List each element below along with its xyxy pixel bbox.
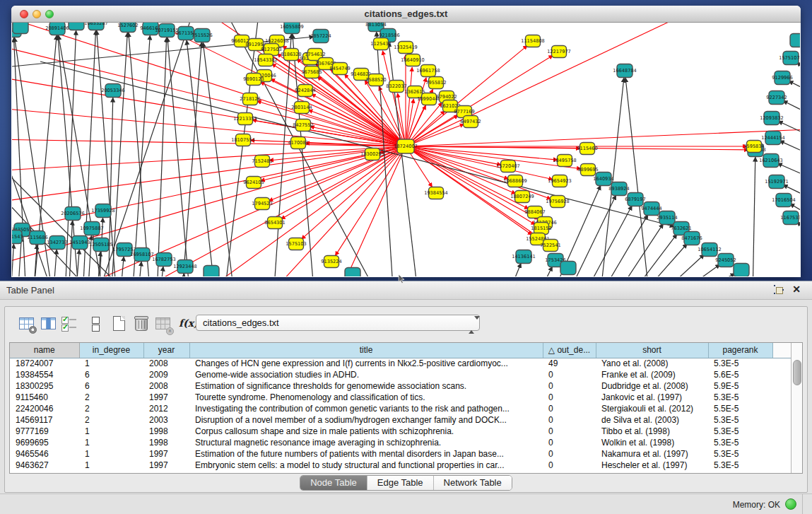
graph-node[interactable]: [69, 23, 84, 30]
graph-node[interactable]: 8454749: [329, 63, 350, 75]
graph-node[interactable]: 9242844: [295, 85, 315, 97]
table-row[interactable]: 911546021997Tourette syndrome. Phenomeno…: [10, 392, 802, 403]
table-scrollbar[interactable]: [791, 343, 802, 473]
table-cell[interactable]: 1998: [143, 426, 189, 437]
graph-node[interactable]: 1794523: [252, 198, 272, 210]
graph-node[interactable]: 12093832: [760, 112, 784, 125]
table-cell[interactable]: 0: [543, 403, 596, 414]
graph-node[interactable]: [560, 262, 576, 275]
column-header-name[interactable]: name: [10, 343, 79, 358]
table-row[interactable]: 1456911722003Disruption of a novel membe…: [10, 414, 802, 426]
table-cell[interactable]: Nakamura et al. (1997): [596, 448, 708, 460]
graph-node[interactable]: [790, 34, 800, 47]
column-header-in-degree[interactable]: in_degree: [79, 343, 143, 358]
graph-node[interactable]: 15192971: [765, 175, 789, 189]
table-cell[interactable]: Jankovic et al. (1997): [596, 392, 708, 403]
graph-node[interactable]: 1588520: [365, 74, 386, 86]
table-cell[interactable]: Tourette syndrome. Phenomenology and cla…: [189, 392, 543, 403]
network-window-titlebar[interactable]: citations_edges.txt: [11, 6, 801, 23]
graph-node[interactable]: 19654923: [548, 175, 572, 187]
table-cell[interactable]: Investigating the contribution of common…: [189, 403, 543, 414]
graph-node[interactable]: 6879197: [625, 193, 645, 206]
graph-node[interactable]: 8186328: [281, 49, 301, 61]
table-row[interactable]: 1830029562008Estimation of significance …: [10, 380, 802, 392]
graph-node[interactable]: 9899695: [577, 164, 598, 176]
table-cell[interactable]: 5.5E-5: [708, 403, 772, 414]
table-cell[interactable]: Estimation of the future numbers of pati…: [189, 448, 543, 460]
graph-node[interactable]: 7857224: [310, 30, 331, 43]
graph-node[interactable]: 8471676: [681, 232, 702, 245]
row-height-icon[interactable]: [87, 315, 104, 332]
table-cell[interactable]: 19384554: [10, 369, 79, 380]
graph-node[interactable]: 10688609: [503, 175, 527, 187]
table-cell[interactable]: 1997: [143, 448, 189, 460]
table-cell[interactable]: 2009: [143, 369, 189, 380]
table-cell[interactable]: 2003: [143, 414, 189, 426]
graph-node[interactable]: 13325419: [394, 42, 418, 54]
table-cell[interactable]: 1997: [143, 460, 189, 471]
table-settings-icon[interactable]: [18, 315, 35, 332]
table-cell[interactable]: 0: [543, 460, 596, 471]
table-cell[interactable]: 49: [543, 358, 596, 369]
graph-node[interactable]: 16055809: [280, 23, 304, 34]
table-cell[interactable]: 9465546: [10, 448, 79, 460]
graph-node[interactable]: 7955812: [425, 77, 446, 89]
graph-node[interactable]: 9245052: [715, 254, 736, 267]
graph-node[interactable]: 9227342: [766, 91, 787, 105]
graph-node[interactable]: 1167533: [780, 211, 800, 225]
scrollbar-thumb[interactable]: [793, 360, 801, 385]
table-row[interactable]: 969969511998Structural magnetic resonanc…: [10, 437, 802, 448]
table-cell[interactable]: 2012: [143, 403, 189, 414]
graph-node[interactable]: 391543: [12, 230, 23, 244]
graph-node[interactable]: 12213353: [233, 113, 257, 125]
table-cell[interactable]: 0: [543, 380, 596, 392]
graph-node[interactable]: 9129966: [772, 71, 792, 85]
memory-status-indicator[interactable]: [785, 498, 796, 510]
graph-node[interactable]: 15720407: [496, 160, 520, 173]
network-view-canvas[interactable]: 1405572420891406106532871527602946616310…: [12, 23, 800, 276]
table-cell[interactable]: 2008: [143, 358, 189, 369]
graph-node[interactable]: 1115686: [27, 231, 47, 245]
table-cell[interactable]: Corpus callosum shape and size in male p…: [189, 426, 543, 437]
table-cell[interactable]: Stergiakouli et al. (2012): [596, 403, 708, 414]
graph-node[interactable]: 10653287: [84, 23, 108, 30]
table-cell[interactable]: 1: [79, 426, 143, 437]
graph-node[interactable]: 9474444: [641, 202, 661, 216]
table-cell[interactable]: Estimation of significance thresholds fo…: [189, 380, 543, 392]
table-row[interactable]: 946554611997Estimation of the future num…: [10, 448, 802, 460]
table-cell[interactable]: 1: [79, 460, 143, 471]
graph-node[interactable]: 3675685: [301, 66, 322, 78]
table-cell[interactable]: Yano et al. (2008): [596, 358, 708, 369]
graph-node[interactable]: 7152481: [252, 156, 272, 168]
graph-node[interactable]: 2718126: [240, 93, 260, 105]
graph-node[interactable]: 14136141: [512, 250, 536, 264]
table-cell[interactable]: 9777169: [10, 426, 79, 437]
table-cell[interactable]: 5.3E-5: [708, 460, 772, 471]
graph-node[interactable]: [204, 266, 219, 277]
column-header-title[interactable]: title: [189, 343, 543, 358]
graph-node[interactable]: 8938924: [608, 182, 629, 196]
graph-node[interactable]: 16648784: [613, 64, 637, 78]
table-cell[interactable]: 1998: [143, 437, 189, 448]
select-all-rows-icon[interactable]: [61, 315, 78, 332]
table-cell[interactable]: de Silva et al. (2003): [596, 414, 708, 426]
graph-node[interactable]: 17359928: [91, 204, 115, 218]
table-cell[interactable]: Dudbridge et al. (2008): [596, 380, 708, 392]
graph-node[interactable]: 1451943: [69, 236, 90, 250]
table-cell[interactable]: 1: [79, 448, 143, 460]
graph-node[interactable]: 8322037: [386, 81, 406, 93]
table-cell[interactable]: 1: [79, 437, 143, 448]
table-cell[interactable]: 2: [79, 403, 143, 414]
delete-table-icon[interactable]: [133, 315, 150, 332]
table-cell[interactable]: 2: [79, 414, 143, 426]
graph-node[interactable]: 9115460: [577, 143, 597, 155]
graph-node[interactable]: 8654301: [264, 217, 285, 229]
table-cell[interactable]: 5.3E-5: [708, 437, 772, 448]
show-columns-icon[interactable]: [40, 315, 57, 332]
table-cell[interactable]: 6: [79, 380, 143, 392]
table-cell[interactable]: Tibbo et al. (1998): [596, 426, 708, 437]
column-header-short[interactable]: short: [596, 343, 708, 358]
graph-node[interactable]: 10975887: [80, 222, 104, 235]
table-cell[interactable]: 5.3E-5: [708, 392, 772, 403]
tab-edge-table[interactable]: Edge Table: [367, 476, 434, 490]
